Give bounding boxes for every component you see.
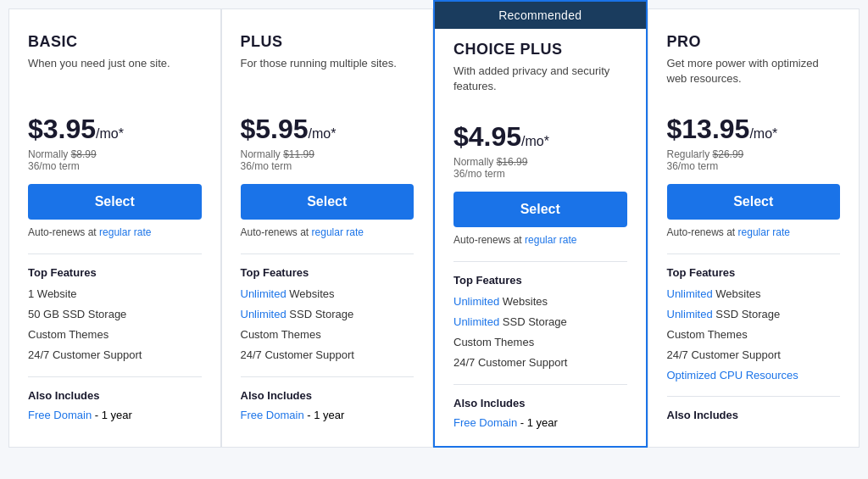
top-features-title-plus: Top Features [241, 266, 415, 279]
divider-also-pro [667, 396, 841, 397]
highlight-text-pro-0: Unlimited [667, 287, 713, 300]
feature-item-basic-2: Custom Themes [28, 328, 202, 343]
feature-item-pro-0: Unlimited Websites [667, 287, 841, 302]
feature-item-pro-2: Custom Themes [667, 328, 841, 343]
feature-list-pro: Unlimited WebsitesUnlimited SSD StorageC… [667, 287, 841, 382]
price-normal-plus: Normally $11.99 [241, 148, 415, 160]
price-main-pro: $13.95/mo* [667, 114, 778, 144]
regular-rate-link-choice-plus[interactable]: regular rate [525, 234, 576, 246]
feature-item-choice-plus-0: Unlimited Websites [453, 295, 627, 309]
auto-renew-pro: Auto-renews at regular rate [667, 226, 841, 238]
highlight-text-plus-1: Unlimited [241, 308, 287, 320]
price-block-basic: $3.95/mo* [28, 114, 202, 145]
feature-item-choice-plus-3: 24/7 Customer Support [453, 356, 627, 370]
feature-item-basic-1: 50 GB SSD Storage [28, 308, 202, 322]
plan-desc-plus: For those running multiple sites. [241, 56, 415, 98]
divider-features-basic [28, 253, 202, 254]
free-domain-plus: Free Domain - 1 year [241, 409, 415, 421]
select-button-plus[interactable]: Select [241, 184, 415, 220]
auto-renew-plus: Auto-renews at regular rate [241, 226, 415, 238]
top-features-title-pro: Top Features [667, 266, 841, 279]
price-term-basic: 36/mo term [28, 160, 202, 172]
plan-name-basic: BASIC [28, 33, 202, 51]
plan-card-basic: BASICWhen you need just one site. $3.95/… [8, 8, 221, 448]
free-domain-choice-plus: Free Domain - 1 year [453, 416, 627, 429]
price-main-basic: $3.95/mo* [28, 114, 124, 144]
plan-desc-basic: When you need just one site. [28, 56, 202, 98]
free-domain-link-plus[interactable]: Free Domain [241, 409, 304, 421]
highlight-text-pro-1: Unlimited [667, 308, 713, 320]
also-includes-title-plus: Also Includes [241, 389, 415, 402]
free-domain-basic: Free Domain - 1 year [28, 409, 202, 421]
feature-item-plus-0: Unlimited Websites [241, 287, 415, 302]
price-block-pro: $13.95/mo* [667, 114, 841, 145]
select-button-basic[interactable]: Select [28, 184, 202, 220]
plan-name-pro: PRO [667, 33, 841, 51]
feature-item-choice-plus-1: Unlimited SSD Storage [453, 315, 627, 330]
feature-list-choice-plus: Unlimited WebsitesUnlimited SSD StorageC… [453, 295, 627, 370]
feature-list-basic: 1 Website50 GB SSD StorageCustom Themes2… [28, 287, 202, 363]
free-domain-link-basic[interactable]: Free Domain [28, 409, 92, 421]
highlight-text-plus-0: Unlimited [241, 287, 287, 300]
feature-item-pro-3: 24/7 Customer Support [667, 348, 841, 363]
feature-item-plus-3: 24/7 Customer Support [241, 348, 415, 363]
recommended-banner: Recommended [435, 2, 646, 29]
price-main-plus: $5.95/mo* [241, 114, 337, 144]
highlight-text-choice-plus-0: Unlimited [453, 295, 499, 308]
auto-renew-choice-plus: Auto-renews at regular rate [453, 234, 627, 246]
price-block-plus: $5.95/mo* [241, 114, 415, 145]
pricing-container: BASICWhen you need just one site. $3.95/… [8, 8, 860, 448]
also-includes-title-choice-plus: Also Includes [453, 397, 627, 409]
top-features-title-choice-plus: Top Features [453, 274, 627, 287]
feature-item-pro-4: Optimized CPU Resources [667, 369, 841, 383]
price-main-choice-plus: $4.95/mo* [453, 121, 549, 152]
regular-rate-link-plus[interactable]: regular rate [312, 226, 364, 238]
price-term-plus: 36/mo term [241, 160, 415, 172]
feature-item-plus-1: Unlimited SSD Storage [241, 308, 415, 322]
also-includes-title-basic: Also Includes [28, 389, 202, 402]
highlight-text-choice-plus-1: Unlimited [453, 315, 499, 328]
divider-also-basic [28, 376, 202, 377]
feature-list-plus: Unlimited WebsitesUnlimited SSD StorageC… [241, 287, 415, 363]
price-block-choice-plus: $4.95/mo* [453, 121, 627, 153]
divider-features-choice-plus [453, 261, 627, 262]
select-button-pro[interactable]: Select [667, 184, 841, 220]
top-features-title-basic: Top Features [28, 266, 202, 279]
also-includes-title-pro: Also Includes [667, 409, 841, 421]
price-normal-pro: Regularly $26.99 [667, 148, 841, 160]
free-domain-link-choice-plus[interactable]: Free Domain [453, 416, 517, 429]
divider-features-pro [667, 253, 841, 254]
plan-name-choice-plus: CHOICE PLUS [453, 41, 627, 58]
feature-item-choice-plus-2: Custom Themes [453, 336, 627, 350]
auto-renew-basic: Auto-renews at regular rate [28, 226, 202, 238]
divider-also-plus [241, 376, 415, 377]
feature-item-basic-0: 1 Website [28, 287, 202, 302]
plan-card-pro: PROGet more power with optimized web res… [648, 8, 860, 448]
plan-card-choice-plus: RecommendedCHOICE PLUSWith added privacy… [433, 0, 648, 448]
feature-item-plus-2: Custom Themes [241, 328, 415, 343]
divider-features-plus [241, 253, 415, 254]
feature-item-pro-1: Unlimited SSD Storage [667, 308, 841, 322]
plan-desc-choice-plus: With added privacy and security features… [453, 64, 627, 106]
plan-card-plus: PLUSFor those running multiple sites. $5… [221, 8, 434, 448]
divider-also-choice-plus [453, 384, 627, 385]
optimized-link-pro[interactable]: Optimized CPU Resources [667, 369, 841, 383]
price-normal-basic: Normally $8.99 [28, 148, 202, 160]
plan-desc-pro: Get more power with optimized web resour… [667, 56, 841, 98]
regular-rate-link-basic[interactable]: regular rate [99, 226, 151, 238]
price-term-pro: 36/mo term [667, 160, 841, 172]
select-button-choice-plus[interactable]: Select [453, 192, 627, 227]
regular-rate-link-pro[interactable]: regular rate [738, 226, 790, 238]
plan-name-plus: PLUS [241, 33, 415, 51]
price-term-choice-plus: 36/mo term [453, 168, 627, 180]
price-normal-choice-plus: Normally $16.99 [453, 156, 627, 168]
feature-item-basic-3: 24/7 Customer Support [28, 348, 202, 363]
